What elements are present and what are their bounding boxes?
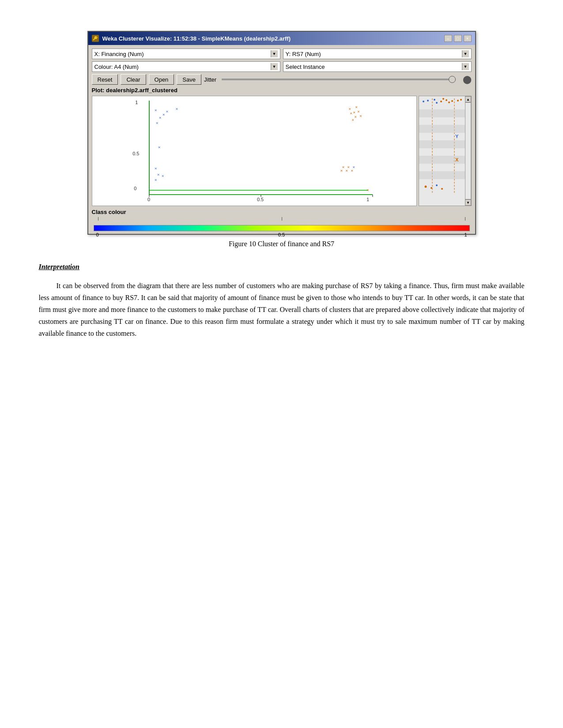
svg-rect-44 [419,140,465,148]
window-title: Weka Clusterer Visualize: 11:52:38 - Sim… [102,35,291,42]
svg-text:×: × [159,115,161,120]
reset-button[interactable]: Reset [92,74,118,85]
svg-text:×: × [158,145,160,150]
clear-button[interactable]: Clear [121,74,146,85]
maximize-button[interactable]: □ [454,35,462,42]
colour-bar-container: 0 0.5 1 [94,217,470,230]
figure-container: 🔑 Weka Clusterer Visualize: 11:52:38 - S… [83,31,480,248]
svg-text:×: × [345,168,348,173]
tick-max [465,217,465,221]
colour-label: Colour: A4 (Num) [94,64,139,70]
jitter-circle-icon: ⬤ [463,75,472,84]
svg-text:×: × [354,114,357,119]
jitter-control: Jitter ⬤ [204,75,472,84]
weka-window: 🔑 Weka Clusterer Visualize: 11:52:38 - S… [87,31,476,235]
svg-point-53 [457,100,459,101]
figure-caption: Figure 10 Cluster of finance and RS7 [229,240,334,248]
y-axis-arrow[interactable]: ▼ [462,50,469,57]
select-instance-arrow[interactable]: ▼ [462,63,469,70]
svg-text:×: × [154,108,157,113]
x-axis-label: X: Financing (Num) [94,51,144,57]
scrollbar[interactable]: ▲ ▼ [465,96,471,206]
scatter-plot[interactable]: 0 0.5 1 0 0.5 1 [92,96,417,206]
svg-text:×: × [162,112,165,117]
jitter-label: Jitter [204,76,216,83]
class-colour-section: Class colour 0 0.5 1 [92,209,472,230]
close-button[interactable]: × [464,35,472,42]
scroll-down-button[interactable]: ▼ [465,199,471,206]
svg-point-62 [436,184,438,186]
plot-sidebar: Y X ▲ ▼ [419,96,472,206]
buttons-row: Reset Clear Open Save Jitter ⬤ [92,74,472,85]
open-button[interactable]: Open [149,74,174,85]
svg-point-51 [446,99,447,101]
svg-text:0: 0 [134,186,136,191]
interpretation-section: Interpretation It can be observed from t… [39,261,525,340]
svg-point-63 [441,188,443,190]
x-axis-dropdown[interactable]: X: Financing (Num) ▼ [92,49,280,59]
window-controls: – □ × [444,35,472,42]
svg-text:×: × [350,111,352,116]
tick-mid [282,217,282,221]
colour-min-label: 0 [96,232,99,237]
svg-point-56 [442,98,444,100]
weka-body: X: Financing (Num) ▼ Y: RS7 (Num) ▼ Colo… [88,45,475,234]
colour-bar [94,225,470,231]
svg-text:×: × [175,106,178,111]
svg-text:×: × [154,166,157,171]
svg-text:×: × [154,177,157,182]
colour-mid-label: 0.5 [278,232,285,237]
jitter-slider[interactable] [222,79,455,80]
select-instance-label: Select Instance [286,64,325,70]
x-axis-arrow[interactable]: ▼ [271,50,278,57]
colour-row: Colour: A4 (Num) ▼ Select Instance ▼ [92,61,472,72]
scroll-track[interactable] [465,102,471,199]
svg-point-54 [460,99,462,101]
svg-text:×: × [366,188,369,192]
svg-text:0.5: 0.5 [257,197,263,202]
y-axis-label: Y: RS7 (Num) [286,51,321,57]
plot-area: 0 0.5 1 0 0.5 1 [92,96,472,206]
svg-point-60 [424,186,427,188]
svg-point-52 [451,100,453,102]
save-button[interactable]: Save [177,74,201,85]
svg-point-55 [436,102,438,104]
svg-text:Y: Y [455,134,459,139]
svg-text:×: × [351,168,353,173]
svg-text:1: 1 [135,100,138,105]
plot-svg: 0 0.5 1 0 0.5 1 [92,96,416,206]
svg-text:1: 1 [366,197,369,202]
svg-point-49 [434,99,435,101]
titlebar-left: 🔑 Weka Clusterer Visualize: 11:52:38 - S… [92,35,291,42]
colour-dropdown[interactable]: Colour: A4 (Num) ▼ [92,61,280,72]
svg-point-57 [448,101,450,103]
axis-row: X: Financing (Num) ▼ Y: RS7 (Num) ▼ [92,49,472,59]
svg-text:×: × [155,120,158,125]
tick-min [98,217,98,221]
y-axis-dropdown[interactable]: Y: RS7 (Num) ▼ [283,49,472,59]
svg-point-61 [431,187,432,189]
svg-text:×: × [359,113,362,118]
svg-text:×: × [340,168,343,173]
scroll-up-button[interactable]: ▲ [465,96,471,102]
svg-point-47 [423,101,424,102]
sidebar-svg: Y X [419,96,465,199]
svg-rect-46 [419,171,465,179]
titlebar: 🔑 Weka Clusterer Visualize: 11:52:38 - S… [88,32,475,45]
svg-text:X: X [455,157,459,162]
svg-rect-42 [419,109,465,117]
select-instance-dropdown[interactable]: Select Instance ▼ [283,61,472,72]
svg-text:×: × [166,109,168,114]
svg-rect-43 [419,125,465,133]
svg-point-48 [427,100,429,101]
svg-text:0.5: 0.5 [132,151,139,156]
minimize-button[interactable]: – [444,35,452,42]
colour-arrow[interactable]: ▼ [271,63,278,70]
interpretation-paragraph: It can be observed from the diagram that… [39,280,525,340]
interpretation-heading: Interpretation [39,261,525,273]
colour-max-label: 1 [464,232,467,237]
svg-text:×: × [161,173,164,178]
class-colour-title: Class colour [92,209,472,215]
jitter-knob[interactable] [449,76,456,83]
plot-title: Plot: dealership2.arff_clustered [92,87,472,94]
